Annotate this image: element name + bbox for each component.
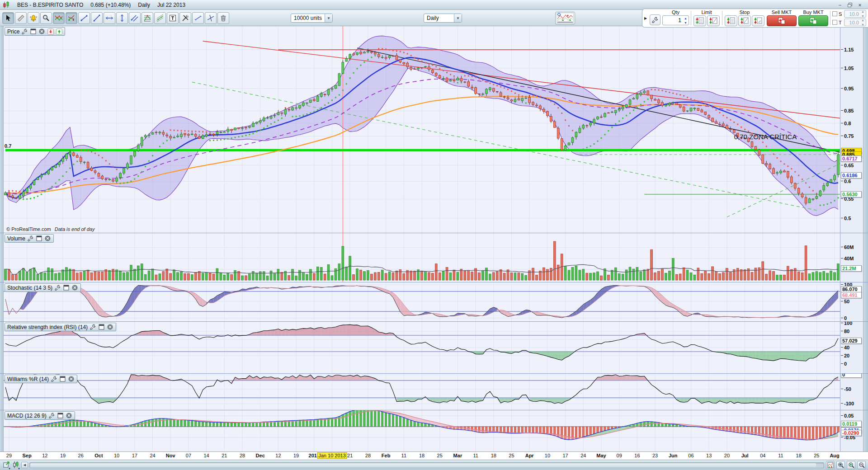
restore-button[interactable] — [846, 2, 854, 8]
panel-window-icon[interactable] — [59, 376, 66, 382]
zoom-in-button[interactable] — [847, 461, 855, 469]
date-label: 18 — [796, 453, 802, 458]
regression-channel-tool-button[interactable] — [154, 12, 166, 24]
stochastic-panel: 10050086.07068.491 Stochastic (14 3 5) — [0, 282, 868, 322]
quantity-stepper[interactable]: 1 ▲▼ — [662, 15, 689, 25]
date-axis[interactable]: 29Sep121926Oct101724Nov07142128Dec121920… — [0, 452, 868, 460]
delete-drawings-button[interactable] — [217, 12, 229, 24]
panel-window-icon[interactable] — [98, 324, 105, 330]
spin-buttons[interactable]: ▲▼ — [860, 9, 866, 19]
panel-close-icon[interactable] — [107, 324, 113, 330]
williams-axis[interactable]: -50-1000 — [840, 374, 863, 410]
spin-down-icon: ▼ — [860, 23, 866, 27]
date-label: 11 — [778, 453, 783, 458]
stop-loss-value-stepper[interactable]: 10.0▲▼ — [844, 10, 866, 18]
stop-order-button-3[interactable] — [752, 15, 764, 26]
axis-tick-label: 0.85 — [841, 108, 854, 113]
segment-tool-button[interactable] — [91, 12, 103, 24]
zoom-tool-button[interactable] — [40, 12, 52, 24]
horizontal-scrollbar[interactable] — [29, 462, 824, 468]
panel-close-icon[interactable] — [71, 284, 78, 291]
limit-sell-order-button[interactable] — [707, 15, 720, 26]
panel-close-icon[interactable] — [44, 235, 51, 242]
panel-settings-icon[interactable] — [54, 284, 61, 291]
price-chart-plot[interactable]: 0.70,70 ZONA CRÍTICA © ProRealTime.comDa… — [4, 26, 840, 233]
detected-patterns-preview-button[interactable] — [555, 12, 575, 24]
rsi-chart-plot[interactable] — [4, 322, 840, 373]
date-label: 23 — [652, 453, 658, 458]
close-window-button[interactable]: × — [856, 2, 863, 8]
panel-close-icon[interactable] — [66, 412, 72, 419]
stop-order-button-2[interactable] — [738, 15, 751, 26]
parallel-lines-tool-button[interactable] — [129, 12, 141, 24]
small-trend-tool-button[interactable] — [192, 12, 204, 24]
panel-settings-icon[interactable] — [90, 324, 96, 330]
panel-window-icon[interactable] — [57, 412, 64, 419]
minimize-button[interactable]: – — [836, 2, 844, 8]
rsi-axis[interactable]: 100804020057.029 — [840, 322, 863, 373]
zoom-fit-button[interactable] — [826, 461, 835, 469]
units-dropdown[interactable]: 10000 units ▼ — [291, 14, 333, 23]
price-axis[interactable]: 1.151.050.950.850.80.750.650.60.550.50.6… — [840, 26, 863, 233]
rsi-panel-header[interactable]: Relative strength index (RSI) (14) — [5, 323, 116, 331]
volume-axis[interactable]: 60M40M21.2M — [840, 233, 863, 282]
panel-close-icon[interactable] — [38, 28, 45, 35]
stop-order-button-1[interactable] — [725, 15, 737, 26]
sell-shortcut-icon[interactable] — [47, 28, 54, 35]
volume-panel-header[interactable]: Volume — [5, 234, 54, 243]
williams-panel-header[interactable]: Williams %R (14) — [5, 375, 77, 383]
buy-shortcut-icon[interactable] — [56, 28, 62, 35]
horizontal-line-tool-button[interactable] — [104, 12, 115, 24]
trading-panel-collapse-arrow[interactable]: ▶ — [643, 14, 648, 23]
williams-chart-plot[interactable] — [4, 374, 840, 410]
vertical-line-tool-button[interactable] — [116, 12, 128, 24]
stop-loss-checkbox[interactable] — [832, 11, 837, 16]
stochastic-panel-header[interactable]: Stochastic (14 3 5) — [5, 283, 81, 292]
pattern-detection-button[interactable] — [53, 12, 65, 24]
fibonacci-tool-button[interactable] — [142, 12, 153, 24]
price-panel-header[interactable]: Price — [5, 27, 65, 36]
spin-buttons[interactable]: ▲▼ — [860, 18, 866, 27]
alert-tool-button[interactable] — [28, 12, 39, 24]
pattern-detection-2-button[interactable] — [66, 12, 77, 24]
buy-market-button[interactable] — [798, 15, 828, 26]
timeframe-dropdown[interactable]: Daily ▼ — [424, 14, 462, 23]
macd-chart-plot[interactable] — [4, 410, 840, 451]
dropdown-caret-icon: ▼ — [454, 14, 462, 22]
trendline-plus-tool-button[interactable] — [78, 12, 90, 24]
ruler-tool-button[interactable] — [15, 12, 27, 24]
chart-style-button[interactable]: ▼ — [12, 461, 20, 469]
panel-settings-icon[interactable] — [21, 28, 28, 35]
axis-tick-label: -50 — [841, 386, 851, 392]
panel-window-icon[interactable] — [36, 235, 42, 242]
export-chart-button[interactable]: ▼ — [2, 461, 10, 469]
volume-chart-plot[interactable] — [4, 233, 840, 282]
panel-settings-icon[interactable] — [27, 235, 34, 242]
qty-spin-buttons[interactable]: ▲▼ — [683, 16, 689, 25]
sell-market-button[interactable] — [767, 15, 797, 26]
scrollbar-thumb[interactable] — [30, 463, 816, 467]
macd-panel-header[interactable]: MACD (12 26 9) — [5, 411, 75, 420]
scroll-left-button[interactable]: ◀ — [21, 462, 28, 468]
panel-window-icon[interactable] — [63, 284, 70, 291]
panel-close-icon[interactable] — [68, 376, 75, 382]
trading-settings-button[interactable] — [650, 14, 660, 25]
macd-axis[interactable]: 0.05-0.05-0.01710.0119-0.0290 — [840, 410, 863, 451]
panel-window-icon[interactable] — [30, 28, 37, 35]
zoom-area-button[interactable] — [836, 461, 845, 469]
stop-order-icon — [726, 17, 736, 25]
take-profit-value-stepper[interactable]: 10.0▲▼ — [844, 19, 866, 26]
take-profit-checkbox[interactable] — [832, 20, 837, 25]
stochastic-axis[interactable]: 10050086.07068.491 — [840, 282, 863, 321]
crossed-line-tool-button[interactable] — [205, 12, 217, 24]
date-label: 24 — [150, 453, 155, 458]
panel-settings-icon[interactable] — [51, 376, 57, 382]
text-tool-button[interactable] — [167, 12, 179, 24]
panel-settings-icon[interactable] — [48, 412, 55, 419]
zoom-out-button[interactable] — [857, 461, 866, 469]
limit-buy-order-button[interactable] — [693, 15, 706, 26]
stochastic-chart-plot[interactable] — [4, 282, 840, 321]
price-panel-title: Price — [7, 28, 19, 35]
pointer-tool-button[interactable] — [2, 12, 14, 24]
drawing-settings-button[interactable] — [179, 12, 191, 24]
